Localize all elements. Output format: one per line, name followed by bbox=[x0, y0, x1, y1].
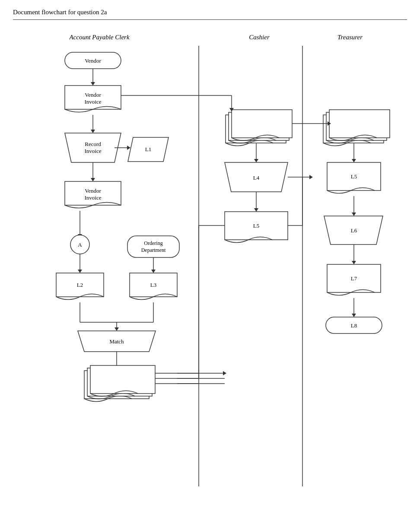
svg-rect-52 bbox=[90, 365, 155, 394]
svg-marker-81 bbox=[352, 159, 356, 162]
svg-rect-32 bbox=[56, 273, 104, 297]
svg-rect-58 bbox=[229, 112, 289, 140]
svg-rect-34 bbox=[127, 236, 179, 257]
svg-text:L5: L5 bbox=[253, 222, 259, 229]
svg-marker-86 bbox=[324, 216, 383, 244]
svg-marker-13 bbox=[91, 130, 95, 133]
svg-marker-79 bbox=[328, 121, 331, 126]
svg-text:A: A bbox=[78, 241, 82, 248]
svg-marker-65 bbox=[225, 162, 288, 192]
svg-text:L3: L3 bbox=[150, 282, 156, 288]
svg-text:L1: L1 bbox=[145, 146, 151, 152]
svg-rect-57 bbox=[226, 115, 286, 143]
svg-marker-85 bbox=[352, 213, 356, 216]
svg-marker-38 bbox=[151, 270, 156, 273]
svg-rect-82 bbox=[327, 162, 381, 190]
svg-marker-27 bbox=[78, 234, 82, 238]
svg-rect-59 bbox=[232, 110, 292, 138]
svg-marker-45 bbox=[115, 327, 119, 331]
svg-marker-93 bbox=[352, 314, 356, 317]
svg-marker-64 bbox=[254, 159, 258, 162]
svg-rect-77 bbox=[329, 110, 390, 138]
svg-rect-50 bbox=[84, 371, 149, 399]
svg-text:Vendor: Vendor bbox=[85, 187, 101, 194]
svg-text:L6: L6 bbox=[351, 227, 357, 234]
svg-text:L8: L8 bbox=[351, 322, 357, 329]
svg-text:Ordering: Ordering bbox=[144, 240, 162, 246]
svg-rect-23 bbox=[65, 181, 121, 205]
svg-text:L7: L7 bbox=[351, 275, 357, 282]
svg-rect-39 bbox=[130, 273, 177, 297]
svg-rect-75 bbox=[323, 115, 384, 143]
svg-marker-22 bbox=[91, 178, 95, 181]
svg-marker-8 bbox=[91, 82, 95, 86]
svg-rect-90 bbox=[327, 264, 381, 292]
svg-text:Match: Match bbox=[109, 338, 124, 345]
svg-text:L5: L5 bbox=[351, 173, 357, 180]
svg-rect-94 bbox=[326, 317, 382, 333]
page-title: Document flowchart for question 2a bbox=[13, 9, 407, 20]
svg-text:L4: L4 bbox=[253, 175, 260, 181]
svg-rect-9 bbox=[65, 86, 121, 109]
svg-rect-76 bbox=[326, 112, 387, 140]
svg-text:Department: Department bbox=[141, 247, 166, 253]
svg-text:Account Payable Clerk: Account Payable Clerk bbox=[69, 34, 129, 41]
svg-marker-68 bbox=[254, 208, 258, 212]
svg-marker-19 bbox=[128, 137, 169, 162]
svg-text:Invoice: Invoice bbox=[85, 194, 102, 201]
svg-text:Vendor: Vendor bbox=[85, 92, 101, 98]
svg-text:Vendor: Vendor bbox=[85, 57, 101, 64]
svg-marker-56 bbox=[223, 371, 226, 375]
svg-marker-62 bbox=[229, 108, 234, 111]
svg-marker-18 bbox=[127, 146, 130, 150]
svg-rect-71 bbox=[225, 212, 288, 240]
svg-rect-5 bbox=[65, 52, 121, 69]
svg-marker-49 bbox=[115, 366, 119, 369]
svg-text:L2: L2 bbox=[77, 282, 83, 288]
svg-marker-31 bbox=[78, 270, 82, 273]
svg-marker-70 bbox=[309, 175, 313, 179]
svg-rect-51 bbox=[87, 368, 152, 396]
svg-text:Invoice: Invoice bbox=[85, 98, 102, 105]
svg-text:Cashier: Cashier bbox=[249, 34, 270, 41]
svg-text:Record: Record bbox=[85, 141, 101, 147]
svg-point-28 bbox=[70, 235, 89, 254]
flowchart: Account Payable Clerk Cashier Treasurer … bbox=[13, 24, 407, 491]
svg-marker-14 bbox=[65, 133, 121, 162]
svg-marker-89 bbox=[352, 261, 356, 264]
svg-marker-46 bbox=[78, 331, 156, 352]
svg-text:Treasurer: Treasurer bbox=[337, 34, 363, 41]
svg-text:Invoice: Invoice bbox=[85, 148, 102, 154]
